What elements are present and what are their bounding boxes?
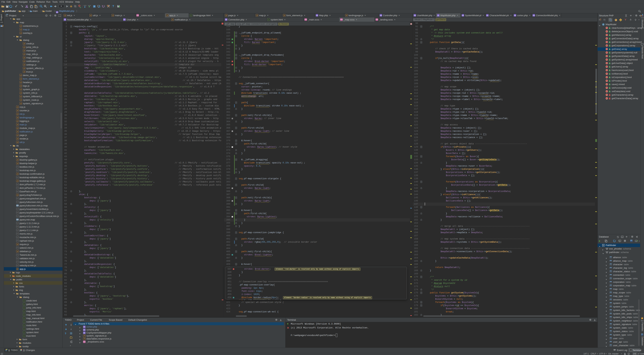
svg-text:php: php [1, 26, 3, 27]
svg-text:z: z [605, 20, 606, 21]
svg-text:VCS: VCS [88, 5, 91, 6]
svg-text:a: a [605, 19, 606, 20]
svg-text:QL: QL [622, 236, 623, 238]
svg-text:P: P [6, 15, 7, 16]
svg-text:A: A [44, 5, 46, 7]
svg-text:VCS: VCS [84, 5, 86, 6]
